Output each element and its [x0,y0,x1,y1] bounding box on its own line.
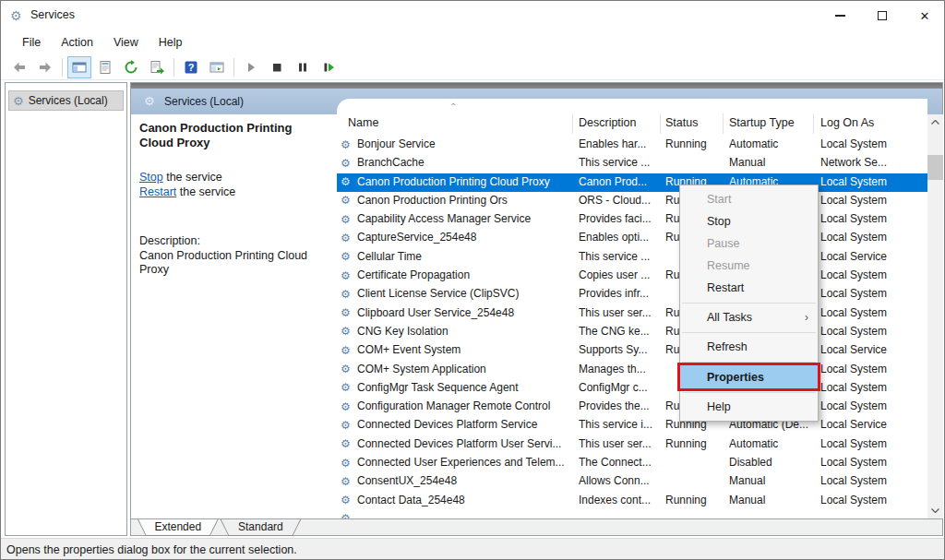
table-row[interactable]: ⚙Client License Service (ClipSVC)Provide… [337,285,927,304]
cell-name: Clipboard User Service_254e48 [357,306,569,319]
column-header-startup-type[interactable]: Startup Type [729,116,795,129]
cell-name: ConsentUX_254e48 [357,474,569,487]
context-menu-item-resume: Resume [680,255,818,277]
refresh-icon[interactable] [119,56,143,78]
service-gear-icon: ⚙ [341,306,351,319]
service-gear-icon: ⚙ [341,363,351,375]
restart-service-link[interactable]: Restart [139,185,176,198]
cell-description: Provides faci... [579,212,658,225]
context-menu-item-pause: Pause [680,232,818,255]
table-row[interactable]: ⚙Connected User Experiences and Telem...… [337,454,927,472]
menubar-item-view[interactable]: View [103,32,149,53]
table-row[interactable]: ⚙Cellular TimeThis service ...Local Serv… [337,248,927,267]
cell-description: Allows Conn... [579,474,658,487]
context-menu-item-restart[interactable]: Restart [680,277,818,299]
minimize-icon [835,15,845,17]
table-row[interactable]: ⚙ConfigMgr Task Sequence AgentConfigMgr … [337,379,927,398]
table-row[interactable]: ⚙CNG Key IsolationThe CNG ke...RunningLo… [337,323,927,341]
tab-standard[interactable]: Standard [221,519,302,536]
menubar-item-file[interactable]: File [12,32,51,53]
cell-description: Supports Sy... [579,343,658,356]
service-gear-icon: ⚙ [341,232,351,244]
table-row[interactable]: ⚙Clipboard User Service_254e48This user … [337,304,927,323]
cell-description: Canon Prod... [579,175,658,188]
context-menu-item-refresh[interactable]: Refresh [680,336,818,358]
scrollbar-thumb[interactable] [927,155,943,180]
table-row[interactable]: ⚙Configuration Manager Remote ControlPro… [337,398,927,416]
context-menu-item-help[interactable]: Help [680,396,818,418]
cell-status: Running [665,137,724,150]
description-label: Description: [139,234,328,249]
table-row[interactable]: ⚙Contact Data_254e48Indexes cont...Runni… [337,492,927,510]
back-icon[interactable] [7,56,31,78]
cell-log-on-as: Local System [820,494,924,506]
tree-item-services-local[interactable]: ⚙ Services (Local) [8,90,124,111]
column-header-name[interactable]: Name [348,116,378,129]
table-row[interactable]: ⚙CaptureService_254e48Enables opti...Run… [337,229,927,247]
pause-service-icon[interactable] [291,56,315,78]
column-header-log-on-as[interactable]: Log On As [820,116,874,129]
cell-startup-type: Manual [729,474,817,487]
cell-startup-type: Automatic [729,137,817,150]
services-gear-icon: ⚙ [144,94,155,108]
stop-service-icon[interactable] [265,56,289,78]
tab-extended[interactable]: Extended [138,519,219,536]
services-gear-icon: ⚙ [10,8,22,23]
table-row[interactable]: ⚙Certificate PropagationCopies user ...R… [337,267,927,285]
table-row[interactable]: ⚙ [337,510,927,518]
table-row[interactable]: ⚙Connected Devices Platform ServiceThis … [337,416,927,435]
console-tree-pane: ⚙ Services (Local) [5,82,127,536]
cell-description: ORS - Cloud... [579,194,658,207]
restart-service-icon[interactable] [317,56,341,78]
cell-startup-type: Manual [729,156,817,169]
context-menu-item-properties[interactable]: Properties [680,365,818,388]
table-row[interactable]: ⚙COM+ System ApplicationManages th...Loc… [337,361,927,379]
services-gear-icon: ⚙ [13,94,24,108]
show-console-tree-icon[interactable] [67,56,91,78]
toolbar-separator [62,58,63,77]
export-list-icon[interactable] [145,56,169,78]
show-action-pane-icon[interactable] [205,56,229,78]
table-row[interactable]: ⚙Canon Production Printing Cloud ProxyCa… [337,173,927,192]
menubar-item-action[interactable]: Action [51,32,103,53]
table-row[interactable]: ⚙Bonjour ServiceEnables har...RunningAut… [337,136,927,154]
cell-log-on-as: Local System [820,381,924,394]
scroll-down-icon[interactable] [927,503,943,518]
properties-icon[interactable] [93,56,117,78]
context-menu-item-all-tasks[interactable]: All Tasks› [680,306,818,328]
service-gear-icon: ⚙ [341,194,351,207]
maximize-button[interactable] [861,1,903,30]
cell-name: Certificate Propagation [357,268,569,281]
column-header-description[interactable]: Description [579,116,637,129]
cell-description: The CNG ke... [579,325,658,338]
services-window: ⚙ Services ✕ FileActionViewHelp ? [0,0,945,560]
tab-label: Extended [138,519,218,535]
services-pane: ⚙ Services (Local) Canon Production Prin… [130,82,943,536]
cell-name: CaptureService_254e48 [357,231,569,244]
close-button[interactable]: ✕ [903,1,945,30]
table-row[interactable]: ⚙Connected Devices Platform User Servi..… [337,435,927,454]
minimize-button[interactable] [819,1,861,30]
scroll-up-icon[interactable] [927,114,943,130]
start-service-icon[interactable] [239,56,263,78]
cell-log-on-as: Local Service [820,418,924,431]
column-header-status[interactable]: Status [665,116,698,129]
table-row[interactable]: ⚙COM+ Event SystemSupports Sy...RunningL… [337,341,927,360]
table-row[interactable]: ⚙Capability Access Manager ServiceProvid… [337,210,927,229]
help-icon[interactable]: ? [179,56,203,78]
context-menu-item-stop[interactable]: Stop [680,210,818,232]
cell-startup-type: Automatic [729,437,817,450]
table-row[interactable]: ⚙Canon Production Printing OrsORS - Clou… [337,192,927,210]
cell-startup-type: Disabled [729,456,817,469]
forward-icon[interactable] [33,56,57,78]
cell-description: Copies user ... [579,268,658,281]
table-row[interactable]: ⚙ConsentUX_254e48Allows Conn...ManualLoc… [337,472,927,491]
menubar-item-help[interactable]: Help [149,32,193,53]
cell-status: Running [665,437,724,450]
vertical-scrollbar[interactable] [927,114,943,518]
stop-service-link[interactable]: Stop [139,171,163,184]
table-row[interactable]: ⚙BranchCacheThis service ...ManualNetwor… [337,154,927,173]
cell-log-on-as: Local System [820,325,924,338]
service-gear-icon: ⚙ [341,400,351,413]
cell-name: Bonjour Service [357,137,569,150]
